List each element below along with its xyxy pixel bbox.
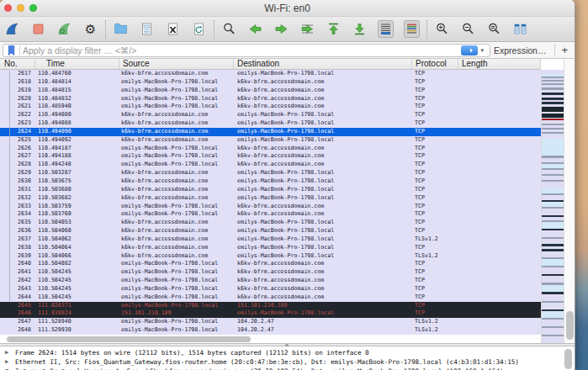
detail-vscrollbar-thumb[interactable] <box>564 349 572 369</box>
apply-filter-button[interactable] <box>461 45 478 56</box>
save-file-icon[interactable] <box>139 20 155 38</box>
go-first-icon[interactable] <box>326 20 342 38</box>
column-header-source[interactable]: Source <box>119 59 234 69</box>
packet-cell-destination: emilys-MacBook-Pro-1798.local <box>234 227 412 235</box>
packet-cell-protocol: TCP <box>412 260 458 268</box>
wireshark-window: Wi-Fi: en0 ⚙ <box>0 0 575 370</box>
packet-row[interactable]: 2634110.503760emilys-MacBook-Pro-1798.lo… <box>0 210 541 219</box>
hscrollbar-track[interactable] <box>0 335 541 343</box>
expression-button[interactable]: Expression… <box>494 45 546 56</box>
packet-row[interactable]: 2628110.494248emilys-MacBook-Pro-1798.lo… <box>0 161 541 169</box>
add-filter-button[interactable]: + <box>559 44 572 56</box>
minimap-stripe <box>542 303 564 309</box>
packet-row[interactable]: 2646111.038824151.101.210.189emilys-MacB… <box>0 309 541 318</box>
hscrollbar-thumb[interactable] <box>7 336 251 342</box>
field-separator <box>19 45 20 56</box>
minimap-stripe <box>542 209 564 215</box>
detail-tree-line[interactable]: ▶Frame 2624: 1514 bytes on wire (12112 b… <box>0 348 575 357</box>
column-header-no[interactable]: No. <box>0 59 35 69</box>
minimap-stripe <box>542 230 564 237</box>
start-capture-icon[interactable] <box>4 20 20 38</box>
vscrollbar-thumb[interactable] <box>566 311 574 340</box>
packet-row[interactable]: 2644110.504245emilys-MacBook-Pro-1798.lo… <box>0 293 541 302</box>
collapse-icon[interactable]: ▼ <box>5 367 15 370</box>
packet-row[interactable]: 2641110.504245emilys-MacBook-Pro-1798.lo… <box>0 268 541 277</box>
close-window-button[interactable] <box>4 4 12 12</box>
packet-row[interactable]: 2645111.026371emilys-MacBook-Pro-1798.lo… <box>0 302 541 310</box>
packet-cell-length <box>458 103 541 111</box>
column-header-protocol[interactable]: Protocol <box>412 59 458 69</box>
go-back-icon[interactable] <box>247 20 263 38</box>
packet-cell-length <box>458 119 541 128</box>
packet-row[interactable]: 2624110.494090k6kv-bfrm.accessdomain.com… <box>0 128 541 136</box>
packet-row[interactable]: 2619110.484815emilys-MacBook-Pro-1798.lo… <box>0 87 541 95</box>
zoom-window-button[interactable] <box>29 4 37 12</box>
packet-cell-source: emilys-MacBook-Pro-1798.local <box>119 318 234 326</box>
go-last-icon[interactable] <box>352 20 368 38</box>
go-forward-icon[interactable] <box>273 20 289 38</box>
capture-options-icon[interactable]: ⚙ <box>82 20 98 38</box>
packet-cell-length <box>458 161 541 169</box>
intelligent-scrollbar-minimap[interactable] <box>541 70 564 343</box>
packet-row[interactable]: 2627110.494188emilys-MacBook-Pro-1798.lo… <box>0 152 541 161</box>
packet-cell-length <box>458 111 541 119</box>
resize-columns-icon[interactable] <box>512 20 528 38</box>
packet-row[interactable]: 2620110.484832emilys-MacBook-Pro-1798.lo… <box>0 95 541 103</box>
packet-cell-length <box>458 128 541 136</box>
packet-row[interactable]: 2632110.503682k6kv-bfrm.accessdomain.com… <box>0 194 541 203</box>
open-file-icon[interactable] <box>113 20 129 38</box>
packet-row[interactable]: 2629110.503287k6kv-bfrm.accessdomain.com… <box>0 169 541 177</box>
packet-cell-no: 2647 <box>0 318 35 326</box>
vscrollbar-track[interactable] <box>564 59 575 343</box>
expand-icon[interactable]: ▶ <box>5 357 15 367</box>
packet-row[interactable]: 2630110.503675k6kv-bfrm.accessdomain.com… <box>0 177 541 186</box>
go-to-packet-icon[interactable] <box>299 20 315 38</box>
minimize-window-button[interactable] <box>17 4 24 12</box>
expand-icon[interactable]: ▶ <box>5 348 15 357</box>
filter-history-caret-icon[interactable]: ▾ <box>480 47 484 54</box>
auto-scroll-icon[interactable] <box>378 20 394 38</box>
packet-row[interactable]: 2636110.504060k6kv-bfrm.accessdomain.com… <box>0 227 541 235</box>
restart-capture-icon[interactable] <box>56 20 72 38</box>
packet-row[interactable]: 2643110.504245emilys-MacBook-Pro-1798.lo… <box>0 285 541 293</box>
colorize-icon[interactable] <box>404 20 420 38</box>
zoom-out-icon[interactable] <box>460 20 476 38</box>
zoom-in-icon[interactable] <box>434 20 450 38</box>
display-filter-input[interactable] <box>23 45 461 56</box>
detail-tree-line[interactable]: ▼Internet Protocol Version 4, Src: k6kv-… <box>0 367 575 370</box>
packet-row[interactable]: 2642110.504245emilys-MacBook-Pro-1798.lo… <box>0 277 541 285</box>
close-file-icon[interactable] <box>165 20 181 38</box>
display-filter-field[interactable]: ▾ <box>3 44 490 57</box>
packet-row[interactable]: 2626110.494187emilys-MacBook-Pro-1798.lo… <box>0 145 541 153</box>
packet-row[interactable]: 2637110.504062k6kv-bfrm.accessdomain.com… <box>0 235 541 244</box>
packet-row[interactable]: 2638110.504064k6kv-bfrm.accessdomain.com… <box>0 244 541 252</box>
column-header-time[interactable]: Time <box>35 59 119 69</box>
packet-row[interactable]: 2635110.504053k6kv-bfrm.accessdomain.com… <box>0 219 541 227</box>
column-header-destination[interactable]: Destination <box>234 59 412 69</box>
packet-row[interactable]: 2618110.484814emilys-MacBook-Pro-1798.lo… <box>0 78 541 87</box>
packet-row[interactable]: 2623110.494088k6kv-bfrm.accessdomain.com… <box>0 119 541 128</box>
detail-tree-line[interactable]: ▶Ethernet II, Src: Fios_Quantum_Gateway.… <box>0 357 575 367</box>
minimap-stripe <box>542 285 564 292</box>
packet-cell-no: 2623 <box>0 119 35 128</box>
packet-row[interactable]: 2633110.503759emilys-MacBook-Pro-1798.lo… <box>0 203 541 211</box>
zoom-reset-icon[interactable] <box>486 20 502 38</box>
packet-row[interactable]: 2631110.503680k6kv-bfrm.accessdomain.com… <box>0 186 541 194</box>
packet-row[interactable]: 2625110.494092k6kv-bfrm.accessdomain.com… <box>0 136 541 145</box>
packet-cell-destination: emilys-MacBook-Pro-1798.local <box>234 235 412 244</box>
packet-row[interactable]: 2622110.494080k6kv-bfrm.accessdomain.com… <box>0 111 541 119</box>
packet-row[interactable]: 2648111.529930emilys-MacBook-Pro-1798.lo… <box>0 326 541 335</box>
packet-row[interactable]: 2647111.528940emilys-MacBook-Pro-1798.lo… <box>0 318 541 326</box>
find-packet-icon[interactable] <box>221 20 237 38</box>
reload-file-icon[interactable] <box>191 20 207 38</box>
packet-cell-time: 110.494092 <box>35 136 119 145</box>
column-header-length[interactable]: Length <box>458 59 541 69</box>
stop-capture-icon[interactable] <box>30 20 46 38</box>
packet-cell-protocol: TCP <box>412 203 458 211</box>
packet-row[interactable]: 2621110.485940emilys-MacBook-Pro-1798.lo… <box>0 103 541 111</box>
packet-row[interactable]: 2640110.504082emilys-MacBook-Pro-1798.lo… <box>0 260 541 268</box>
packet-cell-destination: k6kv-bfrm.accessdomain.com <box>234 268 412 277</box>
bookmark-icon[interactable] <box>6 45 17 56</box>
packet-row[interactable]: 2639110.504066k6kv-bfrm.accessdomain.com… <box>0 252 541 261</box>
packet-row[interactable]: 2617110.484760k6kv-bfrm.accessdomain.com… <box>0 70 541 78</box>
